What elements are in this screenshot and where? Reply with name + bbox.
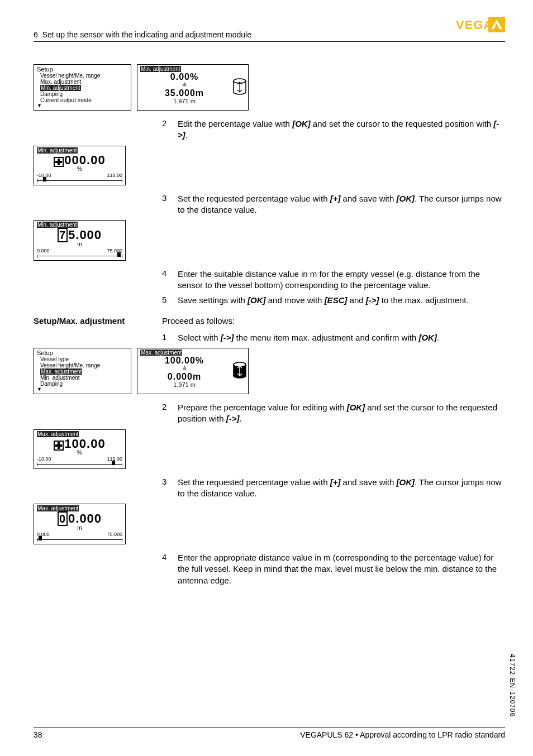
footer-product: VEGAPULS 62 • Approval according to LPR … <box>300 730 505 739</box>
menu-item: Damping <box>40 91 128 97</box>
screen-min-view: Min. adjustment 0.00% ≙ 35.000m 1.971 m <box>137 64 249 111</box>
t: and set the cursor to the requested posi… <box>311 119 494 128</box>
key-esc: [ESC] <box>325 295 348 305</box>
step-text: Select with [->] the menu item max. adju… <box>178 332 505 343</box>
step-num: 2 <box>162 402 178 425</box>
equiv-icon: ≙ <box>140 366 229 372</box>
screen-title: Setup <box>37 66 128 73</box>
step-5: 5 Save settings with [OK] and move with … <box>162 295 505 306</box>
ruler-marker-icon <box>43 177 46 181</box>
t: Save settings with <box>178 295 248 305</box>
section-max: Setup/Max. adjustment Proceed as follows… <box>34 316 505 326</box>
step-text: Save settings with [OK] and move with [E… <box>178 295 505 306</box>
key-ok: [OK] <box>292 119 311 128</box>
min-val-edit-row: Min. adjustment 75.000 m 0.000 75.000 <box>34 220 505 261</box>
value: 000.00 <box>64 153 105 167</box>
t: and save with <box>340 477 396 487</box>
step-text: Set the requested percentage value with … <box>178 477 505 500</box>
max-step-1: 1 Select with [->] the menu item max. ad… <box>162 332 505 343</box>
t: Set the requested percentage value with <box>178 477 330 487</box>
ruler-icon <box>37 538 122 542</box>
cursor-plus-icon <box>54 437 64 451</box>
value-rest: 0.000 <box>68 511 102 525</box>
menu-item: Current output mode <box>40 97 128 103</box>
screen-max-pct-edit: Max. adjustment 100.00 % -10.00 110.00 <box>34 429 126 469</box>
key-ok: [OK] <box>397 477 415 487</box>
screen-title: Setup <box>37 350 128 356</box>
screen-min-pct-edit: Min. adjustment 000.00 % -10.00 110.00 <box>34 146 126 185</box>
min-sub: 1.971 m <box>140 98 229 104</box>
step-num: 5 <box>162 295 178 306</box>
min-pct-edit-row: Min. adjustment 000.00 % -10.00 110.00 <box>34 146 505 185</box>
screen-title: Min. adjustment <box>140 66 181 72</box>
key-next: [->] <box>366 295 379 305</box>
menu-item: Vessel type <box>40 356 128 362</box>
document-code: 41722-EN-120706 <box>508 654 516 717</box>
setup-max-screens: Setup Vessel type Vessel height/Me. rang… <box>34 348 505 394</box>
cursor-digit: 7 <box>58 228 68 242</box>
unit: m <box>37 525 122 531</box>
t: and move with <box>266 295 325 305</box>
key-ok: [OK] <box>397 194 415 203</box>
menu-item: Max. adjustment <box>40 79 128 85</box>
scroll-down-icon: ▼ <box>37 387 128 391</box>
unit: % <box>37 449 122 456</box>
t: Edit the percentage value with <box>178 119 292 128</box>
step-num: 4 <box>162 552 178 586</box>
t: to the max. adjustment. <box>379 295 469 305</box>
screen-title: Min. adjustment <box>37 222 78 228</box>
menu-item-selected: Min. adjustment <box>40 85 81 91</box>
hi: 110.00 <box>107 173 122 179</box>
step-text: Enter the appropriate distance value in … <box>178 552 505 586</box>
step-num: 2 <box>162 118 178 141</box>
min-pct: 0.00% <box>140 72 229 82</box>
key-next: [->] <box>226 414 240 423</box>
ruler-icon <box>37 255 122 258</box>
max-val-edit-row: Max. adjustment 00.000 m 0.000 75.000 <box>34 504 505 544</box>
max-step-2: 2 Prepare the percentage value for editi… <box>162 402 505 425</box>
tank-full-icon <box>231 348 248 394</box>
cursor-plus-icon <box>54 153 64 167</box>
cursor-digit: 0 <box>58 511 68 526</box>
step-text: Edit the percentage value with [OK] and … <box>178 118 505 141</box>
key-ok: [OK] <box>347 403 365 412</box>
t: Set the requested percentage value with <box>178 194 330 203</box>
setup-min-screens: Setup Vessel height/Me. range Max. adjus… <box>34 64 505 111</box>
t: and <box>347 295 365 305</box>
screen-setup-2: Setup Vessel type Vessel height/Me. rang… <box>34 348 131 394</box>
equiv-icon: ≙ <box>140 82 229 88</box>
lo: -10.00 <box>37 457 51 462</box>
screen-max-val-edit: Max. adjustment 00.000 m 0.000 75.000 <box>34 504 126 544</box>
step-3: 3 Set the requested percentage value wit… <box>162 193 505 216</box>
screen-max-view: Max. adjustment 100.00% ≙ 0.000m 1.971 m <box>137 348 249 394</box>
step-text: Prepare the percentage value for editing… <box>178 402 505 425</box>
unit: m <box>37 241 122 247</box>
key-next: [->] <box>221 333 234 342</box>
scroll-down-icon: ▼ <box>37 103 128 108</box>
max-pct: 100.00% <box>140 356 229 366</box>
ruler-icon <box>37 179 122 183</box>
key-plus: [+] <box>330 194 341 203</box>
max-pct-edit-row: Max. adjustment 100.00 % -10.00 110.00 <box>34 429 505 469</box>
step-2: 2 Edit the percentage value with [OK] an… <box>162 118 505 141</box>
header-title-text: Set up the sensor with the indicating an… <box>42 30 251 39</box>
unit: % <box>37 166 122 172</box>
ruler-icon <box>37 463 122 466</box>
step-4: 4 Enter the suitable distance value in m… <box>162 269 505 291</box>
value-rest: 5.000 <box>68 228 102 242</box>
ruler-marker-icon <box>117 252 121 257</box>
t: Prepare the percentage value for editing… <box>178 403 347 412</box>
hi: 75.000 <box>107 532 122 538</box>
screen-setup-1: Setup Vessel height/Me. range Max. adjus… <box>34 64 131 111</box>
step-num: 3 <box>162 477 178 500</box>
header-num: 6 <box>34 30 38 39</box>
max-sub: 1.971 m <box>140 381 229 388</box>
ruler-marker-icon <box>39 536 42 540</box>
menu-item-selected: Max. adjustment <box>40 369 82 375</box>
screen-min-val-edit: Min. adjustment 75.000 m 0.000 75.000 <box>34 220 126 261</box>
vega-logo: VEGA <box>455 17 505 32</box>
page-number: 38 <box>34 730 42 739</box>
ruler-marker-icon <box>112 461 115 465</box>
t: and save with <box>340 194 396 203</box>
page-footer: 38 VEGAPULS 62 • Approval according to L… <box>34 728 505 739</box>
